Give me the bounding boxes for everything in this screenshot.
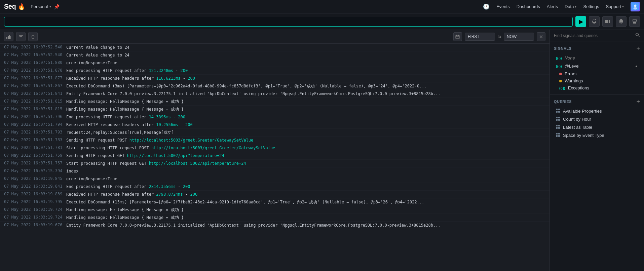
nav-dashboards-link[interactable]: Dashboards [517,4,540,9]
log-status-link[interactable]: 200 [183,184,190,189]
calendar-button[interactable] [453,32,462,41]
log-timing-link[interactable]: 121.3248ms [149,68,173,73]
add-signal-button[interactable]: + [636,45,640,51]
log-timing-link[interactable]: 14.3896ms [149,115,171,119]
log-row[interactable]: 07 May 2022 16:07:15.394index [0,167,550,175]
log-row[interactable]: 07 May 2022 16:07:51.781Start processing… [0,144,550,152]
log-status-link[interactable]: 200 [190,192,197,197]
date-to-input[interactable] [504,33,534,41]
log-timing-link[interactable]: 116.6213ms [156,76,180,81]
pin-button[interactable]: 📌 [54,4,60,9]
log-timing-link[interactable]: 2798.8724ms [156,192,183,197]
log-row[interactable]: 07 May 2022 16:07:51.880greetingResponse… [0,59,550,67]
log-row[interactable]: 07 May 2022 16:07:51.783Sending HTTP req… [0,137,550,144]
date-clear-button[interactable]: ✕ [537,32,545,41]
log-timestamp: 07 May 2022 16:07:51.841 [4,91,66,96]
search-input-wrapper[interactable] [4,17,573,27]
log-timestamp: 07 May 2022 16:07:51.880 [4,60,66,65]
run-query-button[interactable]: ▶ [575,16,586,27]
log-row[interactable]: 07 May 2022 16:03:19.676Entity Framework… [0,222,550,229]
query-count-by-hour-item[interactable]: Count by Hour [552,115,642,123]
signal-bell-button[interactable] [616,16,627,27]
log-row[interactable]: 07 May 2022 16:07:51.757Start processing… [0,160,550,167]
log-row[interactable]: 07 May 2022 16:07:51.841Entity Framework… [0,90,550,98]
log-status-link[interactable]: 200 [181,68,188,73]
signal-warnings-label: Warnings [565,78,583,83]
toolbar-date-range: to ✕ [453,32,545,41]
log-row[interactable]: 07 May 2022 16:03:19.839Received HTTP re… [0,191,550,198]
log-table[interactable]: 07 May 2022 16:07:52.540Current Value ch… [0,44,550,271]
left-content: {} to ✕ 07 May 2022 16:07 [0,30,550,271]
log-url-link[interactable]: http://localhost:5003/greet.Greeter/Gate… [129,138,253,143]
log-timestamp: 07 May 2022 16:07:51.783 [4,137,66,142]
queries-section: QUERIES + Available Properties [550,94,644,271]
clock-icon[interactable]: 🕐 [483,3,490,10]
code-button[interactable]: {} [28,32,38,41]
log-url-link[interactable]: http://localhost:5002/api?temperature=24 [127,153,224,158]
log-timestamp: 07 May 2022 16:07:51.796 [4,114,66,119]
log-row[interactable]: 07 May 2022 16:07:51.794Received HTTP re… [0,121,550,129]
log-row[interactable]: 07 May 2022 16:03:19.845greetingResponse… [0,175,550,183]
log-timing-link[interactable]: 10.2556ms [156,122,178,127]
signal-level-chevron[interactable]: ▲ [635,64,638,68]
signal-level-item[interactable]: ((·)) @Level ▲ [552,62,642,70]
log-row[interactable]: 07 May 2022 16:07:51.878End processing H… [0,67,550,75]
panel-search-input[interactable] [554,33,633,38]
add-query-button[interactable]: + [636,99,640,105]
log-row[interactable]: 07 May 2022 16:07:51.815Handling message… [0,106,550,113]
right-panel: SIGNALS + ((·)) None ((·)) @Level ▲ Erro… [550,30,644,271]
logo-flame: 🔥 [18,3,25,10]
search-input[interactable] [8,19,569,24]
queries-title: QUERIES [554,100,572,104]
log-message: Handling message: HelloMessage { Message… [66,207,545,213]
signal-warnings-item[interactable]: Warnings [550,77,644,84]
log-row[interactable]: 07 May 2022 16:07:52.540Current Value ch… [0,51,550,59]
log-url-link[interactable]: http://localhost:5003/greet.Greeter/Gate… [151,146,275,150]
nav-settings-link[interactable]: Settings [583,4,599,9]
log-timing-link[interactable]: 2814.3556ms [149,184,176,189]
svg-point-17 [636,33,639,36]
log-row[interactable]: 07 May 2022 16:07:51.793request:24,repla… [0,129,550,137]
log-status-link[interactable]: 200 [178,115,185,119]
query-space-by-event-item[interactable]: Space by Event Type [552,131,642,139]
date-from-input[interactable] [465,33,495,41]
log-row[interactable]: 07 May 2022 16:07:51.759Sending HTTP req… [0,152,550,160]
log-status-link[interactable]: 200 [188,76,195,81]
log-message: greetingResponse:True [66,176,545,182]
signal-errors-item[interactable]: Errors [550,70,644,77]
nav-alerts-link[interactable]: Alerts [547,4,558,9]
log-row[interactable]: 07 May 2022 16:03:19.841End processing H… [0,183,550,191]
log-row[interactable]: 07 May 2022 16:07:51.815Handling message… [0,98,550,106]
user-avatar[interactable] [631,2,640,11]
signal-exceptions-item[interactable]: ((·)) Exceptions [550,84,644,91]
log-row[interactable]: 07 May 2022 16:07:51.796End processing H… [0,113,550,121]
filter-button[interactable] [16,32,26,41]
columns-button[interactable] [602,16,613,27]
log-row[interactable]: 07 May 2022 16:03:19.795Executed DbComma… [0,198,550,206]
log-message: End processing HTTP request after 121.32… [66,68,545,74]
share-button[interactable] [629,16,640,27]
refresh-button[interactable] [589,16,600,27]
nav-events-link[interactable]: Events [496,4,510,9]
nav-data-dropdown[interactable]: Data ▾ [565,4,576,9]
svg-rect-4 [607,20,608,23]
log-timestamp: 07 May 2022 16:03:19.839 [4,191,66,196]
log-row[interactable]: 07 May 2022 16:03:19.724Handling message… [0,214,550,222]
log-url-link[interactable]: http://localhost:5002/api?temperature=24 [149,161,246,166]
query-latest-as-table-item[interactable]: Latest as Table [552,123,642,131]
query-available-props-item[interactable]: Available Properties [552,107,642,115]
log-timestamp: 07 May 2022 16:07:51.757 [4,160,66,165]
log-timestamp: 07 May 2022 16:07:51.867 [4,83,66,88]
signal-none-item[interactable]: ((·)) None [552,54,642,62]
workspace-selector[interactable]: Personal ▾ [31,4,51,9]
log-row[interactable]: 07 May 2022 16:03:19.724Handling message… [0,206,550,214]
log-row[interactable]: 07 May 2022 16:07:51.877Received HTTP re… [0,75,550,82]
nav-support-dropdown[interactable]: Support ▾ [606,4,624,9]
log-row[interactable]: 07 May 2022 16:07:51.867Executed DbComma… [0,82,550,90]
log-status-link[interactable]: 200 [185,122,193,127]
bar-chart-button[interactable] [4,32,13,41]
log-message: Handling message: HelloMessage { Message… [66,99,545,105]
svg-rect-32 [558,133,560,134]
panel-search [550,30,644,41]
log-row[interactable]: 07 May 2022 16:07:52.540Current Value ch… [0,44,550,51]
